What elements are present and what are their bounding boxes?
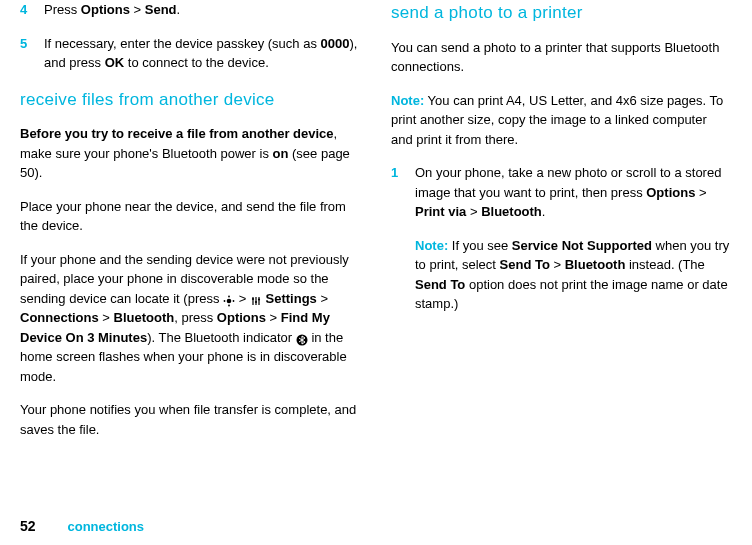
printvia-label: Print via — [415, 204, 466, 219]
text: to connect to the device. — [124, 55, 269, 70]
section-heading-receive: receive files from another device — [20, 87, 361, 113]
svg-point-4 — [228, 305, 230, 307]
step-1: 1 On your phone, take a new photo or scr… — [391, 163, 732, 328]
text: You can print A4, US Letter, and 4x6 siz… — [391, 93, 723, 147]
bluetooth-label: Bluetooth — [565, 257, 626, 272]
text: > — [550, 257, 565, 272]
paragraph: Place your phone near the device, and se… — [20, 197, 361, 236]
paragraph: Note: If you see Service Not Supported w… — [415, 236, 732, 314]
step-5: 5 If necessary, enter the device passkey… — [20, 34, 361, 73]
step-number: 5 — [20, 34, 44, 73]
bluetooth-label: Bluetooth — [114, 310, 175, 325]
options-label: Options — [646, 185, 695, 200]
code-label: 0000 — [321, 36, 350, 51]
text: . — [542, 204, 546, 219]
text: If you see — [448, 238, 512, 253]
right-column: send a photo to a printer You can send a… — [391, 0, 732, 453]
text: > — [466, 204, 481, 219]
text: > — [317, 291, 328, 306]
bluetooth-label: Bluetooth — [481, 204, 542, 219]
section-heading-printer: send a photo to a printer — [391, 0, 732, 26]
options-label: Options — [81, 2, 130, 17]
left-column: 4 Press Options > Send. 5 If necessary, … — [20, 0, 361, 453]
page-number: 52 — [20, 518, 36, 534]
text: ). The Bluetooth indicator — [147, 330, 296, 345]
settings-icon — [250, 293, 262, 305]
text: > — [130, 2, 145, 17]
step-4: 4 Press Options > Send. — [20, 0, 361, 20]
bluetooth-indicator-icon — [296, 332, 308, 344]
svg-point-0 — [227, 299, 232, 304]
connections-label: Connections — [20, 310, 99, 325]
text: Press — [44, 2, 81, 17]
settings-label: Settings — [266, 291, 317, 306]
sendto-label: Send To — [500, 257, 550, 272]
text: . — [177, 2, 181, 17]
svg-point-3 — [228, 296, 230, 298]
center-key-icon — [223, 293, 235, 305]
footer-section-label: connections — [67, 519, 144, 534]
on-label: on — [273, 146, 289, 161]
paragraph: Before you try to receive a file from an… — [20, 124, 361, 183]
svg-point-6 — [255, 301, 257, 303]
svg-point-5 — [252, 298, 254, 300]
text: > — [99, 310, 114, 325]
sendto-label: Send To — [415, 277, 465, 292]
svg-point-1 — [224, 300, 226, 302]
paragraph: On your phone, take a new photo or scrol… — [415, 163, 732, 222]
text: instead. (The — [625, 257, 705, 272]
text: If necessary, enter the device passkey (… — [44, 36, 321, 51]
note-label: Note: — [415, 238, 448, 253]
paragraph: If your phone and the sending device wer… — [20, 250, 361, 387]
paragraph: Your phone notifies you when file transf… — [20, 400, 361, 439]
options-label: Options — [217, 310, 266, 325]
service-not-supported-label: Service Not Supported — [512, 238, 652, 253]
step-body: If necessary, enter the device passkey (… — [44, 34, 361, 73]
svg-point-7 — [258, 298, 260, 300]
step-number: 4 — [20, 0, 44, 20]
paragraph: Note: You can print A4, US Letter, and 4… — [391, 91, 732, 150]
text: , press — [174, 310, 217, 325]
step-body: Press Options > Send. — [44, 0, 361, 20]
ok-label: OK — [105, 55, 125, 70]
step-body: On your phone, take a new photo or scrol… — [415, 163, 732, 328]
step-number: 1 — [391, 163, 415, 328]
paragraph: You can send a photo to a printer that s… — [391, 38, 732, 77]
page-footer: 52 connections — [20, 516, 144, 537]
send-label: Send — [145, 2, 177, 17]
bold-text: Before you try to receive a file from an… — [20, 126, 334, 141]
note-label: Note: — [391, 93, 424, 108]
text: > — [695, 185, 706, 200]
text: > — [235, 291, 250, 306]
text: > — [266, 310, 281, 325]
